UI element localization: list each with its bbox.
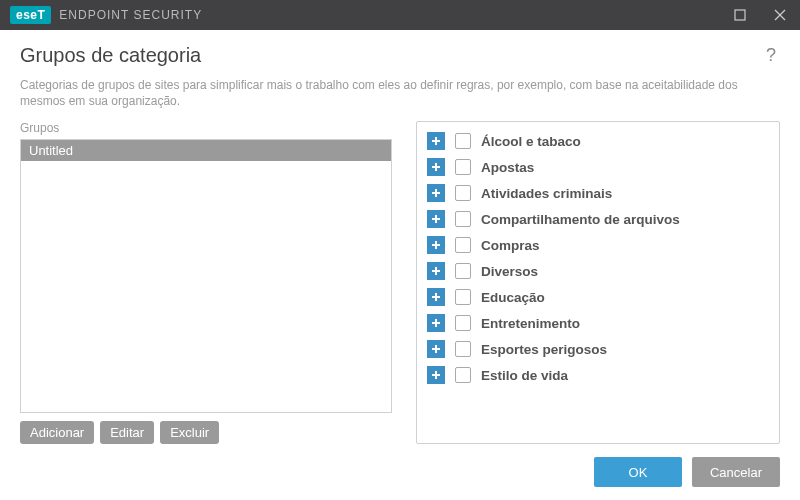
- expand-icon[interactable]: [427, 132, 445, 150]
- category-row: Diversos: [425, 258, 775, 284]
- delete-button[interactable]: Excluir: [160, 421, 219, 444]
- expand-icon[interactable]: [427, 184, 445, 202]
- category-checkbox[interactable]: [455, 341, 471, 357]
- edit-button[interactable]: Editar: [100, 421, 154, 444]
- category-label: Diversos: [481, 264, 538, 279]
- category-checkbox[interactable]: [455, 211, 471, 227]
- category-row: Atividades criminais: [425, 180, 775, 206]
- category-row: Estilo de vida: [425, 362, 775, 388]
- category-row: Compartilhamento de arquivos: [425, 206, 775, 232]
- app-title: ENDPOINT SECURITY: [59, 8, 202, 22]
- cancel-button[interactable]: Cancelar: [692, 457, 780, 487]
- window-minimize-button[interactable]: [720, 0, 760, 30]
- categories-scroll[interactable]: Álcool e tabacoApostasAtividades crimina…: [417, 122, 779, 443]
- category-row: Entretenimento: [425, 310, 775, 336]
- help-button[interactable]: ?: [762, 45, 780, 66]
- expand-icon[interactable]: [427, 366, 445, 384]
- brand-logo: eseT: [10, 6, 51, 24]
- category-row: Apostas: [425, 154, 775, 180]
- category-label: Álcool e tabaco: [481, 134, 581, 149]
- categories-panel: Álcool e tabacoApostasAtividades crimina…: [416, 121, 780, 444]
- expand-icon[interactable]: [427, 262, 445, 280]
- content-area: Grupos de categoria ? Categorias de grup…: [0, 30, 800, 444]
- category-checkbox[interactable]: [455, 159, 471, 175]
- category-checkbox[interactable]: [455, 263, 471, 279]
- category-checkbox[interactable]: [455, 367, 471, 383]
- list-item[interactable]: Untitled: [21, 140, 391, 161]
- category-label: Entretenimento: [481, 316, 580, 331]
- category-checkbox[interactable]: [455, 237, 471, 253]
- category-row: Educação: [425, 284, 775, 310]
- page-description: Categorias de grupos de sites para simpl…: [20, 77, 780, 109]
- category-checkbox[interactable]: [455, 289, 471, 305]
- category-label: Compras: [481, 238, 540, 253]
- category-row: Álcool e tabaco: [425, 128, 775, 154]
- expand-icon[interactable]: [427, 210, 445, 228]
- groups-panel: Grupos Untitled Adicionar Editar Excluir: [20, 121, 392, 444]
- window-close-button[interactable]: [760, 0, 800, 30]
- category-label: Apostas: [481, 160, 534, 175]
- groups-list[interactable]: Untitled: [20, 139, 392, 413]
- category-label: Educação: [481, 290, 545, 305]
- titlebar: eseT ENDPOINT SECURITY: [0, 0, 800, 30]
- category-label: Estilo de vida: [481, 368, 568, 383]
- expand-icon[interactable]: [427, 236, 445, 254]
- category-checkbox[interactable]: [455, 315, 471, 331]
- page-title: Grupos de categoria: [20, 44, 201, 67]
- dialog-footer: OK Cancelar: [0, 444, 800, 500]
- groups-label: Grupos: [20, 121, 392, 135]
- category-label: Compartilhamento de arquivos: [481, 212, 680, 227]
- expand-icon[interactable]: [427, 158, 445, 176]
- category-checkbox[interactable]: [455, 185, 471, 201]
- category-row: Esportes perigosos: [425, 336, 775, 362]
- ok-button[interactable]: OK: [594, 457, 682, 487]
- expand-icon[interactable]: [427, 340, 445, 358]
- category-label: Atividades criminais: [481, 186, 612, 201]
- svg-rect-0: [735, 10, 745, 20]
- add-button[interactable]: Adicionar: [20, 421, 94, 444]
- category-checkbox[interactable]: [455, 133, 471, 149]
- category-label: Esportes perigosos: [481, 342, 607, 357]
- expand-icon[interactable]: [427, 288, 445, 306]
- expand-icon[interactable]: [427, 314, 445, 332]
- category-row: Compras: [425, 232, 775, 258]
